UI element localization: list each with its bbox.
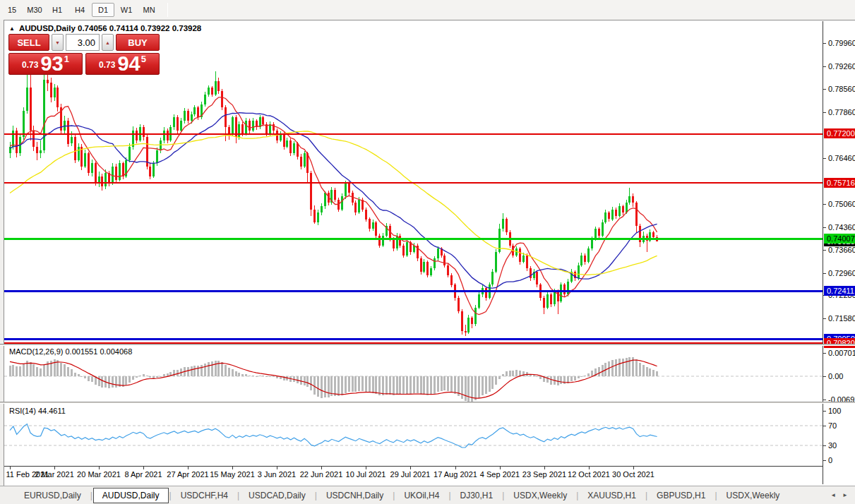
collapse-triangle-icon[interactable]: ▲ [9, 25, 15, 32]
time-tick [277, 467, 277, 469]
time-tick [143, 467, 144, 469]
sell-price-pips: 93 [40, 55, 63, 73]
chart-tab-dj30-h1[interactable]: DJ30,H1 [452, 488, 502, 503]
price-tick-label: 0.74360 [823, 222, 855, 232]
sell-price-point: 1 [64, 54, 69, 64]
time-tick [500, 467, 501, 469]
time-label: 8 Apr 2021 [124, 470, 162, 479]
chart-tab-usdchf-h4[interactable]: USDCHF,H4 [172, 488, 237, 503]
rsi-axis-label: 0 [823, 455, 855, 465]
price-tick-label: 0.73660 [823, 245, 855, 255]
macd-axis-label: 0.00 [823, 371, 855, 381]
hline-price-label: 0.75716 [824, 178, 855, 188]
chart-tab-usdx-weekly[interactable]: USDX,Weekly [505, 488, 575, 503]
hline-price-label: 0.74007 [824, 234, 855, 244]
tab-scroll-arrows: ◄ ► [830, 492, 848, 498]
price-axis[interactable]: 0.799600.792600.785600.778600.764600.750… [823, 21, 855, 484]
tab-scroll-right-icon[interactable]: ► [842, 492, 848, 498]
time-label: 22 Jun 2021 [300, 470, 343, 479]
time-label: 20 Mar 2021 [77, 470, 121, 479]
chart-tab-bar: EURUSD,Daily|AUDUSD,Daily|USDCHF,H4|USDC… [0, 486, 855, 504]
price-tick-label: 0.79960 [823, 38, 855, 48]
chart-tab-usdx-weekly[interactable]: USDX,Weekly [718, 488, 789, 503]
price-tick-label: 0.71580 [823, 313, 855, 323]
chart-tab-xauusd-h1[interactable]: XAUUSD,H1 [579, 488, 645, 503]
time-label: 23 Sep 2021 [522, 470, 566, 479]
rsi-axis-label: 30 [823, 440, 855, 450]
price-tick-label: 0.75060 [823, 199, 855, 209]
time-label: 27 Apr 2021 [167, 470, 208, 479]
volume-input[interactable] [66, 34, 100, 51]
chart-title-text: AUDUSD,Daily 0.74056 0.74114 0.73922 0.7… [19, 24, 201, 32]
buy-price-bigfigure: 0.73 [99, 60, 115, 70]
timeframe-button-m30[interactable]: M30 [24, 4, 45, 16]
time-tick [633, 467, 634, 469]
macd-axis-label: 0.007015 [823, 348, 855, 358]
time-label: 30 Oct 2021 [612, 470, 654, 479]
price-tick-label: 0.77860 [823, 107, 855, 117]
panel-splitter[interactable] [0, 402, 855, 404]
chart-title: ▲AUDUSD,Daily 0.74056 0.74114 0.73922 0.… [9, 24, 201, 32]
volume-increase-button[interactable]: ▲ [102, 34, 114, 51]
price-tick-label: 0.78560 [823, 84, 855, 94]
time-tick [99, 467, 100, 469]
time-tick [366, 467, 366, 469]
chart-tab-audusd-daily[interactable]: AUDUSD,Daily [93, 488, 169, 503]
time-tick [54, 467, 55, 469]
tab-scroll-left-icon[interactable]: ◄ [830, 492, 836, 498]
toolbar-separator [167, 3, 168, 17]
timeframe-toolbar: 15M30H1H4D1W1MN [0, 0, 855, 20]
timeframe-button-mn[interactable]: MN [138, 4, 160, 16]
time-axis[interactable]: 11 Feb 20212 Mar 202120 Mar 20218 Apr 20… [4, 466, 823, 484]
sell-price-bigfigure: 0.73 [22, 60, 38, 70]
hline-price-label: 0.70820 [824, 338, 855, 348]
sell-price-display[interactable]: 0.73 93 1 [8, 53, 83, 75]
price-tick-label: 0.79260 [823, 61, 855, 71]
time-tick [10, 467, 11, 469]
chart-tab-ukoil-h4[interactable]: UKOil,H4 [395, 488, 448, 503]
panel-splitter[interactable] [0, 344, 855, 346]
chart-tab-usdcad-daily[interactable]: USDCAD,Daily [240, 488, 314, 503]
time-tick [410, 467, 411, 469]
volume-decrease-button[interactable]: ▼ [52, 34, 64, 51]
macd-indicator-label: MACD(12,26,9) 0.001551 0.004068 [9, 347, 132, 356]
macd-panel [4, 357, 823, 402]
hline-price-label: 0.72411 [824, 286, 855, 296]
time-tick [589, 467, 590, 469]
time-tick [544, 467, 545, 469]
price-tick-label: 0.72960 [823, 268, 855, 278]
hline-price-label: 0.77200 [824, 128, 855, 138]
time-label: 2 Mar 2021 [35, 470, 74, 479]
timeframe-button-15[interactable]: 15 [1, 4, 23, 16]
timeframe-button-h1[interactable]: H1 [47, 4, 68, 16]
buy-price-point: 5 [141, 54, 146, 64]
time-label: 4 Sep 2021 [480, 470, 520, 479]
time-label: 17 Aug 2021 [434, 470, 477, 479]
time-label: 3 Jun 2021 [258, 470, 296, 479]
time-tick [455, 467, 456, 469]
timeframe-button-w1[interactable]: W1 [116, 4, 137, 16]
buy-button[interactable]: BUY [116, 34, 160, 51]
time-label: 12 Oct 2021 [568, 470, 610, 479]
chart-tab-eurusd-daily[interactable]: EURUSD,Daily [16, 488, 90, 503]
price-chart-canvas[interactable] [4, 21, 823, 466]
buy-price-display[interactable]: 0.73 94 5 [85, 53, 160, 75]
rsi-indicator-label: RSI(14) 44.4611 [9, 407, 66, 415]
time-tick [232, 467, 233, 469]
buy-price-pips: 94 [117, 55, 140, 73]
timeframe-button-d1[interactable]: D1 [92, 3, 114, 17]
rsi-axis-label: 70 [823, 421, 855, 431]
main-price-panel [4, 71, 823, 343]
sell-button[interactable]: SELL [8, 34, 49, 51]
time-label: 29 Jul 2021 [390, 470, 431, 479]
rsi-axis-label: 100 [823, 406, 855, 416]
timeframe-button-h4[interactable]: H4 [69, 4, 90, 16]
time-label: 10 Jul 2021 [346, 470, 386, 479]
price-tick-label: 0.76460 [823, 153, 855, 163]
time-tick [188, 467, 189, 469]
time-label: 15 May 2021 [210, 470, 255, 479]
chart-tab-gbpusd-h1[interactable]: GBPUSD,H1 [648, 488, 714, 503]
time-tick [321, 467, 322, 469]
chart-tab-usdcnh-daily[interactable]: USDCNH,Daily [318, 488, 392, 503]
rsi-panel [4, 424, 823, 448]
